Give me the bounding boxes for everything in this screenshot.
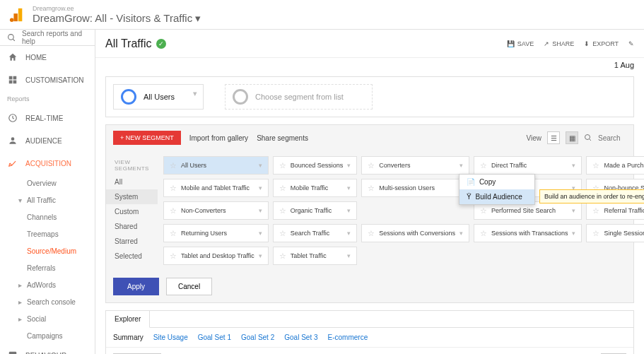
segment-card[interactable]: ☆Mobile and Tablet Traffic▾ [163, 179, 269, 197]
segment-card[interactable]: ☆Referral Traffic▾ [586, 201, 644, 220]
nav-customisation[interactable]: CUSTOMISATION [0, 69, 95, 91]
export-button[interactable]: ⬇EXPORT [584, 40, 619, 47]
segment-card[interactable]: ☆Single Session Use▾ [586, 224, 644, 242]
chevron-down-icon[interactable]: ▾ [347, 184, 351, 191]
star-icon[interactable]: ☆ [279, 184, 286, 193]
chevron-down-icon[interactable]: ▾ [259, 162, 262, 169]
chevron-down-icon[interactable]: ▾ [347, 252, 351, 259]
segment-card[interactable]: ☆Direct Traffic▾ [474, 156, 582, 175]
date-range[interactable]: 1 Aug [614, 61, 634, 69]
star-icon[interactable]: ☆ [592, 206, 599, 216]
star-icon[interactable]: ☆ [368, 161, 375, 170]
nav-home[interactable]: HOME [0, 46, 95, 69]
chevron-down-icon[interactable]: ▾ [459, 230, 463, 237]
star-icon[interactable]: ☆ [170, 252, 177, 261]
star-icon[interactable]: ☆ [480, 229, 487, 238]
segment-card[interactable]: ☆Organic Traffic▾ [273, 201, 358, 220]
cat-system[interactable]: System [106, 189, 158, 204]
search-input[interactable]: Search reports and help [0, 30, 95, 46]
subtab-goal-set-1[interactable]: Goal Set 1 [198, 334, 231, 341]
segment-search-input[interactable] [598, 134, 626, 142]
nav-behaviour[interactable]: BEHAVIOUR [0, 344, 95, 354]
cat-selected[interactable]: Selected [106, 249, 158, 264]
chevron-down-icon[interactable]: ▾ [572, 230, 575, 237]
nav-campaigns[interactable]: Campaigns [0, 327, 95, 344]
cat-custom[interactable]: Custom [106, 204, 158, 219]
nav-alltraffic[interactable]: ▾All Traffic [0, 191, 95, 208]
star-icon[interactable]: ☆ [480, 206, 487, 216]
star-icon[interactable]: ☆ [170, 161, 177, 170]
star-icon[interactable]: ☆ [592, 229, 599, 238]
nav-searchconsole[interactable]: ▸Search console [0, 293, 95, 310]
nav-acquisition[interactable]: ACQUISITION [0, 152, 95, 175]
nav-realtime[interactable]: REAL-TIME [0, 107, 95, 129]
view-title[interactable]: DreamGrow: All - Visitors & Traffic▾ [33, 12, 201, 25]
star-icon[interactable]: ☆ [279, 252, 286, 261]
star-icon[interactable]: ☆ [368, 184, 375, 193]
apply-button[interactable]: Apply [113, 278, 159, 295]
subtab-goal-set-3[interactable]: Goal Set 3 [284, 334, 317, 341]
nav-audience[interactable]: AUDIENCE [0, 129, 95, 152]
chevron-down-icon[interactable]: ▾ [347, 230, 351, 237]
star-icon[interactable]: ☆ [170, 206, 177, 216]
nav-referrals[interactable]: Referrals [0, 259, 95, 276]
star-icon[interactable]: ☆ [279, 161, 286, 170]
segment-card[interactable]: ☆Non-Converters▾ [163, 201, 269, 220]
chevron-down-icon[interactable]: ▾ [259, 184, 262, 191]
save-button[interactable]: 💾SAVE [507, 40, 534, 47]
segment-card[interactable]: ☆Tablet Traffic▾ [273, 247, 358, 265]
star-icon[interactable]: ☆ [279, 206, 286, 216]
nav-treemaps[interactable]: Treemaps [0, 225, 95, 242]
segment-card[interactable]: ☆Sessions with Transactions▾ [474, 224, 582, 242]
cancel-button[interactable]: Cancel [166, 278, 212, 295]
star-icon[interactable]: ☆ [170, 229, 177, 238]
chevron-down-icon[interactable]: ▾ [347, 162, 351, 169]
star-icon[interactable]: ☆ [480, 161, 487, 170]
nav-channels[interactable]: Channels [0, 208, 95, 225]
view-list-button[interactable]: ☰ [547, 131, 560, 144]
chevron-down-icon[interactable]: ▾ [259, 252, 262, 259]
segment-chip-all[interactable]: All Users ▾ [113, 84, 204, 110]
chevron-down-icon[interactable]: ▾ [572, 207, 575, 214]
share-button[interactable]: ↗SHARE [544, 40, 574, 47]
cat-shared[interactable]: Shared [106, 219, 158, 234]
subtab-e-commerce[interactable]: E-commerce [328, 334, 368, 341]
new-segment-button[interactable]: + NEW SEGMENT [113, 131, 181, 145]
nav-social[interactable]: ▸Social [0, 310, 95, 327]
cat-all[interactable]: All [106, 175, 158, 189]
star-icon[interactable]: ☆ [170, 184, 177, 193]
tab-explorer[interactable]: Explorer [106, 311, 150, 328]
segment-card[interactable]: ☆Made a Purchase▾ [586, 156, 644, 175]
subtab-summary[interactable]: Summary [113, 334, 144, 341]
segment-card[interactable]: ☆Sessions with Conversions▾ [361, 224, 469, 242]
segment-card[interactable]: ☆Returning Users▾ [163, 224, 269, 242]
cat-starred[interactable]: Starred [106, 234, 158, 249]
subtab-site-usage[interactable]: Site Usage [153, 334, 188, 341]
segment-card[interactable]: ☆Multi-session Users▾ [361, 179, 469, 197]
ctx-copy[interactable]: 📄Copy [459, 175, 534, 189]
chevron-down-icon[interactable]: ▾ [259, 230, 262, 237]
nav-overview[interactable]: Overview [0, 175, 95, 191]
chevron-down-icon[interactable]: ▾ [259, 207, 262, 214]
ctx-build-audience[interactable]: ŸBuild Audience [459, 189, 534, 204]
segment-card[interactable]: ☆All Users▾ [163, 156, 269, 175]
chevron-down-icon[interactable]: ▾ [459, 162, 463, 169]
star-icon[interactable]: ☆ [368, 229, 375, 238]
star-icon[interactable]: ☆ [279, 229, 286, 238]
segment-card[interactable]: ☆Tablet and Desktop Traffic▾ [163, 247, 269, 265]
share-segments-link[interactable]: Share segments [257, 134, 308, 142]
nav-sourcemedium[interactable]: Source/Medium [0, 242, 95, 259]
segment-card[interactable]: ☆Mobile Traffic▾ [273, 179, 358, 197]
edit-button[interactable]: ✎ [628, 40, 634, 47]
view-grid-button[interactable]: ▦ [566, 131, 578, 144]
segment-chip-add[interactable]: Choose segment from list [225, 84, 373, 110]
segment-card[interactable]: ☆Search Traffic▾ [273, 224, 358, 242]
subtab-goal-set-2[interactable]: Goal Set 2 [241, 334, 274, 341]
import-gallery-link[interactable]: Import from gallery [189, 134, 248, 142]
segment-card[interactable]: ☆Converters▾ [361, 156, 469, 175]
segment-card[interactable]: ☆Bounced Sessions▾ [273, 156, 358, 175]
chevron-down-icon[interactable]: ▾ [572, 162, 575, 169]
chevron-down-icon[interactable]: ▾ [347, 207, 351, 214]
nav-adwords[interactable]: ▸AdWords [0, 276, 95, 293]
star-icon[interactable]: ☆ [592, 161, 599, 170]
